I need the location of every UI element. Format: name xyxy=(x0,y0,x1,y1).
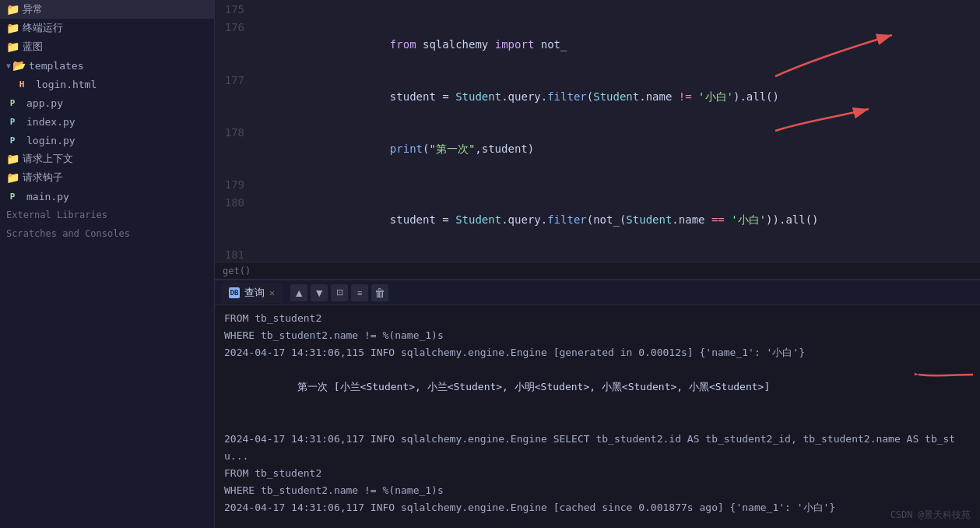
external-libraries-label: External Libraries xyxy=(0,206,214,224)
sidebar-item-label: login.html xyxy=(36,79,97,90)
chevron-icon: ▼ xyxy=(6,62,11,70)
sidebar-item-label: login.py xyxy=(26,135,76,146)
sidebar-item-abnormal[interactable]: 📁 异常 xyxy=(0,0,214,19)
sidebar-item-label: index.py xyxy=(26,116,76,128)
code-line-180: 180 student = Student.query.filter(not_(… xyxy=(215,193,980,245)
sidebar-item-label: 请求钩子 xyxy=(23,171,63,185)
sidebar-item-label: main.py xyxy=(26,191,69,202)
sidebar: 📁 异常 📁 终端运行 📁 蓝图 ▼ 📂 templates H login.h… xyxy=(0,0,215,528)
log-line-6: FROM tb_student2 xyxy=(224,465,971,482)
scroll-up-button[interactable]: ▲ xyxy=(290,284,307,301)
folder-icon: 📁 xyxy=(6,22,19,34)
status-bar: get() xyxy=(215,262,980,279)
line-number: 178 xyxy=(215,123,254,175)
code-line-177: 177 student = Student.query.filter(Stude… xyxy=(215,71,980,123)
log-line-9: 第二次 [小兰<Student>, 小兰<Student>, 小明<Studen… xyxy=(224,516,971,528)
code-line-178: 178 print("第一次",student) xyxy=(215,123,980,175)
sidebar-item-login-py[interactable]: P login.py xyxy=(0,131,214,150)
code-table: 175 176 from sqlalchemy import not_ 177 xyxy=(215,0,980,262)
sidebar-item-label: 异常 xyxy=(23,2,43,16)
line-number: 177 xyxy=(215,71,254,123)
result-arrow-1 xyxy=(915,363,977,386)
trash-button[interactable]: 🗑 xyxy=(371,284,388,301)
code-line-179: 179 xyxy=(215,175,980,193)
py-file-icon: P xyxy=(6,115,19,128)
log-line-8: 2024-04-17 14:31:06,117 INFO sqlalchemy.… xyxy=(224,499,971,516)
sidebar-item-request-hook[interactable]: 📁 请求钩子 xyxy=(0,168,214,187)
sidebar-item-index-py[interactable]: P index.py xyxy=(0,112,214,131)
code-editor: 175 176 from sqlalchemy import not_ 177 xyxy=(215,0,980,279)
line-content: print("第二次",student) xyxy=(254,245,980,262)
py-file-icon: P xyxy=(6,97,19,109)
sidebar-item-label: 终端运行 xyxy=(23,21,63,35)
code-line-181: 181 print("第二次",student) xyxy=(215,245,980,262)
sidebar-item-main-py[interactable]: P main.py xyxy=(0,187,214,206)
folder-icon: 📁 xyxy=(6,3,19,16)
line-number: 180 xyxy=(215,193,254,245)
query-tab[interactable]: DB 查询 ✕ xyxy=(221,283,283,303)
sidebar-item-request-context[interactable]: 📁 请求上下文 xyxy=(0,150,214,168)
line-number: 179 xyxy=(215,175,254,193)
log-line-1: FROM tb_student2 xyxy=(224,310,971,327)
log-line-7: WHERE tb_student2.name != %(name_1)s xyxy=(224,482,971,499)
panel-content-wrapper: FROM tb_student2 WHERE tb_student2.name … xyxy=(215,305,980,528)
sidebar-item-login-html[interactable]: H login.html xyxy=(0,75,214,93)
line-number: 181 xyxy=(215,245,254,262)
code-line-176: 176 from sqlalchemy import not_ xyxy=(215,18,980,70)
clear-button[interactable]: ≡ xyxy=(351,284,368,301)
sidebar-item-label: 蓝图 xyxy=(23,40,43,54)
log-line-4: 第一次 [小兰<Student>, 小兰<Student>, 小明<Studen… xyxy=(224,361,971,430)
watermark: CSDN @景天科技苑 xyxy=(890,509,971,522)
html-file-icon: H xyxy=(16,78,28,90)
line-content xyxy=(254,0,980,18)
bottom-panel: DB 查询 ✕ ▲ ▼ ⊡ ≡ 🗑 FROM tb_student2 WHERE… xyxy=(215,279,980,528)
log-line-3: 2024-04-17 14:31:06,115 INFO sqlalchemy.… xyxy=(224,344,971,361)
line-number: 176 xyxy=(215,18,254,70)
sidebar-item-label: templates xyxy=(29,60,83,72)
folder-icon: 📁 xyxy=(6,153,19,165)
log-line-2: WHERE tb_student2.name != %(name_1)s xyxy=(224,327,971,344)
tab-label: 查询 xyxy=(244,286,265,300)
panel-controls: ▲ ▼ ⊡ ≡ 🗑 xyxy=(290,284,388,301)
line-content: print("第一次",student) xyxy=(254,123,980,175)
panel-tabs: DB 查询 ✕ ▲ ▼ ⊡ ≡ 🗑 xyxy=(215,280,980,305)
line-number: 175 xyxy=(215,0,254,18)
folder-icon: 📁 xyxy=(6,171,19,184)
status-text: get() xyxy=(223,266,251,276)
py-file-icon: P xyxy=(6,190,19,202)
sidebar-item-label: 请求上下文 xyxy=(23,152,73,166)
code-line-175: 175 xyxy=(215,0,980,18)
py-file-icon: P xyxy=(6,134,19,146)
line-content: student = Student.query.filter(Student.n… xyxy=(254,71,980,123)
line-content: student = Student.query.filter(not_(Stud… xyxy=(254,193,980,245)
sidebar-item-templates[interactable]: ▼ 📂 templates xyxy=(0,56,214,75)
scratches-label: Scratches and Consoles xyxy=(0,224,214,243)
scroll-down-button[interactable]: ▼ xyxy=(311,284,328,301)
line-content xyxy=(254,175,980,193)
sidebar-item-blueprint[interactable]: 📁 蓝图 xyxy=(0,37,214,56)
line-content: from sqlalchemy import not_ xyxy=(254,18,980,70)
sidebar-item-label: app.py xyxy=(26,97,63,109)
scratches-text: Scratches and Consoles xyxy=(6,228,130,239)
log-line-5: 2024-04-17 14:31:06,117 INFO sqlalchemy.… xyxy=(224,431,971,465)
sidebar-item-terminal[interactable]: 📁 终端运行 xyxy=(0,19,214,37)
panel-content: FROM tb_student2 WHERE tb_student2.name … xyxy=(215,305,980,528)
tab-close-button[interactable]: ✕ xyxy=(269,287,275,298)
folder-icon: 📁 xyxy=(6,40,19,53)
panel-action-button[interactable]: ⊡ xyxy=(331,284,348,301)
external-libraries-text: External Libraries xyxy=(6,209,107,220)
sidebar-item-app-py[interactable]: P app.py xyxy=(0,93,214,112)
db-icon: DB xyxy=(229,287,240,298)
folder-open-icon: 📂 xyxy=(12,59,25,72)
